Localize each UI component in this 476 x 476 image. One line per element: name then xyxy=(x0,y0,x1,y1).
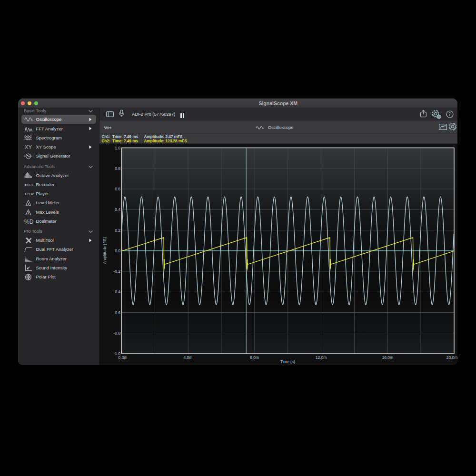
svg-text:REC: REC xyxy=(27,183,34,187)
svg-text:Time (s): Time (s) xyxy=(280,359,295,364)
svg-text:0.8: 0.8 xyxy=(115,166,120,170)
svg-text:16.0m: 16.0m xyxy=(382,355,393,360)
svg-text:8.0m: 8.0m xyxy=(250,355,259,360)
svg-text:0.2: 0.2 xyxy=(115,228,120,232)
svg-text:0.0m: 0.0m xyxy=(118,355,127,360)
svg-text:12.0m: 12.0m xyxy=(315,355,327,360)
svg-text:20.0m: 20.0m xyxy=(446,355,457,360)
svg-text:-0.4: -0.4 xyxy=(113,289,120,294)
svg-text:4.0m: 4.0m xyxy=(183,355,192,360)
svg-text:PLAY: PLAY xyxy=(27,192,34,196)
svg-text:1.0: 1.0 xyxy=(115,145,120,150)
svg-text:XY: XY xyxy=(25,144,32,150)
svg-text:%D: %D xyxy=(24,218,34,225)
svg-text:-0.2: -0.2 xyxy=(113,269,120,274)
svg-text:0.0: 0.0 xyxy=(115,248,120,253)
svg-text:-0.6: -0.6 xyxy=(113,310,120,315)
svg-text:0.6: 0.6 xyxy=(115,187,120,191)
svg-text:0.4: 0.4 xyxy=(115,207,120,212)
svg-text:-0.8: -0.8 xyxy=(113,330,120,335)
svg-text:Amplitude (FS): Amplitude (FS) xyxy=(102,237,107,264)
